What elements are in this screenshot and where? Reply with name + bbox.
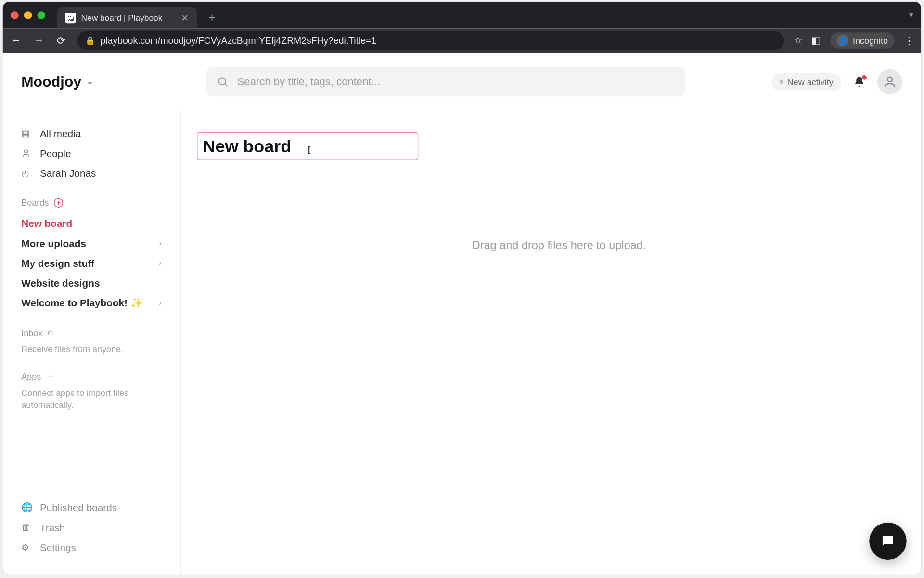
window-minimize-button[interactable] — [24, 11, 32, 19]
window-maximize-button[interactable] — [37, 11, 45, 19]
sidebar-apps-header[interactable]: Apps ＋ — [3, 370, 180, 382]
nav-reload-button[interactable]: ⟳ — [54, 34, 68, 47]
tabs-dropdown-icon[interactable]: ▾ — [909, 11, 913, 20]
search-icon — [217, 76, 229, 88]
add-board-button[interactable]: + — [54, 198, 63, 207]
dropzone-text: Drag and drop files here to upload. — [472, 239, 646, 251]
board-label: More uploads — [21, 237, 86, 249]
sidebar-item-settings[interactable]: ⚙ Settings — [21, 537, 162, 557]
svg-line-1 — [225, 84, 228, 87]
tab-title: New board | Playbook — [81, 13, 163, 22]
sidebar-label: Sarah Jonas — [40, 167, 96, 178]
bookmark-star-icon[interactable]: ☆ — [794, 35, 802, 47]
sidebar-label: All media — [40, 128, 81, 139]
chat-icon — [880, 533, 896, 549]
sidebar-label: Published boards — [40, 501, 117, 512]
browser-tab[interactable]: 🗂 New board | Playbook ✕ — [57, 7, 197, 28]
sidebar-board-item[interactable]: My design stuff› — [3, 253, 180, 273]
inbox-header-label: Inbox — [21, 328, 42, 338]
app-root: Moodjoy ⌄ New activity — [3, 53, 922, 574]
address-bar[interactable]: 🔒 playbook.com/moodjoy/FCVyAzcBqmrYEfj4Z… — [77, 31, 784, 50]
tab-close-icon[interactable]: ✕ — [181, 13, 189, 23]
browser-titlebar: 🗂 New board | Playbook ✕ ＋ ▾ — [3, 2, 922, 28]
main-content: I Drag and drop files here to upload. — [181, 111, 921, 575]
add-app-button[interactable]: ＋ — [46, 370, 55, 382]
lock-icon: 🔒 — [85, 36, 95, 45]
sidebar: ▦ All media People ◴ Sarah Jonas — [3, 111, 181, 575]
nav-forward-button[interactable]: → — [32, 35, 45, 47]
toolbar-right: ☆ ◧ 👤 Incognito ⋮ — [794, 33, 914, 49]
gear-icon: ⚙ — [21, 542, 32, 552]
inbox-icon: ⧈ — [48, 328, 53, 338]
person-icon — [21, 148, 32, 158]
panel-toggle-icon[interactable]: ◧ — [811, 35, 821, 47]
url-text: playbook.com/moodjoy/FCVyAzcBqmrYEfj4ZRM… — [101, 35, 376, 46]
window-controls — [11, 11, 45, 19]
sidebar-boards-header: Boards + — [3, 197, 180, 208]
board-label: New board — [21, 217, 72, 228]
workspace-name: Moodjoy — [21, 73, 81, 91]
grid-icon: ▦ — [21, 128, 32, 138]
boards-header-label: Boards — [21, 197, 49, 208]
user-avatar[interactable] — [877, 69, 903, 95]
sidebar-item-published-boards[interactable]: 🌐 Published boards — [21, 497, 162, 517]
new-activity-button[interactable]: New activity — [771, 73, 842, 91]
search-box[interactable] — [206, 67, 685, 96]
sidebar-label: Settings — [40, 541, 76, 552]
sidebar-board-item[interactable]: More uploads› — [3, 233, 180, 253]
inbox-helper-text: Receive files from anyone. — [3, 343, 180, 355]
chevron-down-icon: ⌄ — [87, 77, 93, 86]
notifications-bell-icon[interactable] — [853, 76, 865, 88]
incognito-icon: 👤 — [837, 35, 849, 47]
board-title-input[interactable] — [197, 132, 418, 160]
sidebar-item-people[interactable]: People — [21, 143, 162, 163]
svg-point-3 — [25, 150, 27, 153]
activity-label: New activity — [787, 77, 834, 87]
globe-icon: 🌐 — [21, 502, 32, 512]
workspace-switcher[interactable]: Moodjoy ⌄ — [21, 73, 93, 91]
board-label: My design stuff — [21, 257, 94, 268]
trash-icon: 🗑 — [21, 522, 32, 532]
sidebar-item-trash[interactable]: 🗑 Trash — [21, 517, 162, 537]
nav-back-button[interactable]: ← — [9, 35, 23, 47]
sidebar-board-item[interactable]: Welcome to Playbook! ✨› — [3, 293, 180, 313]
browser-toolbar: ← → ⟳ 🔒 playbook.com/moodjoy/FCVyAzcBqmr… — [3, 28, 922, 53]
browser-window: 🗂 New board | Playbook ✕ ＋ ▾ ← → ⟳ 🔒 pla… — [3, 2, 922, 575]
sidebar-label: People — [40, 147, 71, 158]
apps-header-label: Apps — [21, 371, 41, 381]
chevron-right-icon: › — [159, 258, 162, 267]
upload-dropzone[interactable]: Drag and drop files here to upload. — [197, 239, 921, 252]
chat-fab-button[interactable] — [869, 523, 906, 560]
sidebar-item-recent-person[interactable]: ◴ Sarah Jonas — [21, 163, 162, 183]
incognito-label: Incognito — [853, 36, 888, 46]
new-tab-button[interactable]: ＋ — [206, 9, 218, 25]
sidebar-item-all-media[interactable]: ▦ All media — [21, 123, 162, 143]
incognito-indicator[interactable]: 👤 Incognito — [830, 33, 895, 49]
clock-icon: ◴ — [21, 168, 32, 178]
app-body: ▦ All media People ◴ Sarah Jonas — [3, 111, 922, 575]
board-label: Welcome to Playbook! ✨ — [21, 297, 143, 309]
sidebar-board-item[interactable]: Website designs — [3, 273, 180, 292]
window-close-button[interactable] — [11, 11, 19, 19]
svg-point-2 — [887, 77, 892, 82]
svg-point-0 — [219, 78, 226, 85]
board-label: Website designs — [21, 277, 100, 288]
chevron-right-icon: › — [159, 238, 162, 248]
sidebar-board-item[interactable]: New board — [3, 213, 180, 233]
browser-menu-button[interactable]: ⋮ — [904, 34, 914, 47]
chevron-right-icon: › — [159, 298, 162, 307]
app-header: Moodjoy ⌄ New activity — [3, 53, 922, 111]
apps-helper-text: Connect apps to import files automatical… — [3, 387, 180, 411]
search-input[interactable] — [237, 76, 675, 88]
tab-favicon: 🗂 — [65, 13, 76, 23]
sidebar-inbox-header[interactable]: Inbox ⧈ — [3, 328, 180, 338]
sidebar-label: Trash — [40, 522, 65, 533]
